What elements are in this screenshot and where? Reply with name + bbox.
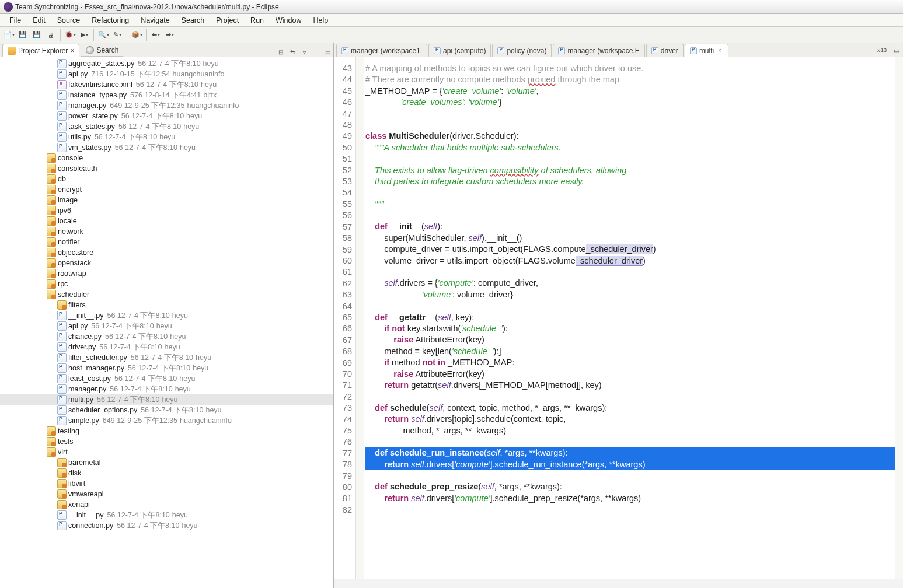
editor-tab[interactable]: driver (646, 44, 684, 57)
tree-item[interactable]: xenapi (0, 499, 333, 510)
code-line[interactable]: method = key[len('schedule_'):] (365, 346, 895, 357)
search-button[interactable]: 🔍 (97, 29, 110, 41)
tree-item[interactable]: multi.py56 12-7-4 下午8:10heyu (0, 394, 333, 405)
menu-source[interactable]: Source (51, 15, 86, 26)
code-line[interactable]: third parties to integrate custom schedu… (365, 176, 895, 187)
menu-navigate[interactable]: Navigate (135, 15, 175, 26)
tree-item[interactable]: encrypt (0, 184, 333, 195)
code-line[interactable] (365, 391, 895, 402)
tree-item[interactable]: api.py56 12-7-4 下午8:10heyu (0, 321, 333, 331)
close-icon[interactable]: × (716, 47, 723, 54)
code-line[interactable] (365, 108, 895, 120)
tree-item[interactable]: driver.py56 12-7-4 下午8:10heyu (0, 342, 333, 352)
code-line[interactable] (365, 120, 895, 131)
tree-item[interactable]: least_cost.py56 12-7-4 下午8:10heyu (0, 373, 333, 384)
tree-item[interactable]: rpc (0, 279, 333, 289)
tree-item[interactable]: aggregate_states.py56 12-7-4 下午8:10heyu (0, 58, 333, 69)
tree-item[interactable]: notifier (0, 237, 333, 247)
menu-edit[interactable]: Edit (27, 15, 51, 26)
collapse-all-icon[interactable]: ⊟ (276, 47, 285, 57)
link-editor-icon[interactable]: ⇆ (288, 47, 297, 57)
code-line[interactable] (365, 436, 895, 447)
code-line[interactable] (365, 187, 895, 198)
code-line[interactable]: raise AttributeError(key) (365, 369, 895, 380)
code-line[interactable]: if not key.startswith('schedule_'): (365, 323, 895, 334)
tree-item[interactable]: power_state.py56 12-7-4 下午8:10heyu (0, 111, 333, 121)
menu-project[interactable]: Project (210, 15, 245, 26)
minimize-icon[interactable]: – (311, 47, 320, 57)
tree-item[interactable]: filters (0, 300, 333, 310)
save-all-button[interactable]: 💾 (30, 29, 43, 41)
code-line[interactable]: return self.drivers['compute'].schedule_… (365, 493, 895, 504)
print-button[interactable]: 🖨 (44, 29, 57, 41)
code-line[interactable]: raise AttributeError(key) (365, 334, 895, 345)
tree-item[interactable]: testing (0, 426, 333, 436)
code-line[interactable]: def schedule(self, context, topic, metho… (365, 402, 895, 414)
new-button[interactable]: 📄 (2, 29, 15, 41)
tree-item[interactable]: __init__.py56 12-7-4 下午8:10heyu (0, 310, 333, 321)
code-line[interactable]: def schedule_run_instance(self, *args, *… (365, 447, 895, 459)
project-explorer-tab[interactable]: Project Explorer × (2, 44, 79, 57)
code-line[interactable]: # A mapping of methods to topics so we c… (365, 63, 895, 74)
editor-tab[interactable]: api (compute) (428, 44, 491, 57)
code-editor[interactable]: 4344454647484950515253545556575859606162… (334, 57, 903, 579)
horizontal-scrollbar[interactable] (334, 579, 903, 588)
close-icon[interactable]: × (70, 47, 74, 55)
code-content[interactable]: # A mapping of methods to topics so we c… (364, 57, 895, 579)
nav-back-button[interactable]: ⬅ (149, 29, 162, 41)
tree-item[interactable]: image (0, 195, 333, 205)
code-line[interactable]: return getattr(self.drivers[_METHOD_MAP[… (365, 380, 895, 391)
editor-tab[interactable]: policy (nova) (492, 44, 552, 57)
menu-help[interactable]: Help (308, 15, 334, 26)
code-line[interactable] (365, 470, 895, 481)
code-line[interactable]: """A scheduler that holds multiple sub-s… (365, 142, 895, 153)
tree-item[interactable]: api.py716 12-10-15 下午12:54huangchuaninfo (0, 69, 333, 79)
menu-run[interactable]: Run (245, 15, 270, 26)
menu-file[interactable]: File (4, 15, 27, 26)
menu-search[interactable]: Search (176, 15, 211, 26)
code-line[interactable] (365, 267, 895, 278)
code-line[interactable] (365, 210, 895, 221)
debug-button[interactable]: 🐞 (64, 29, 76, 41)
search-tab[interactable]: Search (81, 44, 124, 57)
code-line[interactable]: self.drivers = {'compute': compute_drive… (365, 278, 895, 289)
code-line[interactable]: _METHOD_MAP = {'create_volume': 'volume'… (365, 86, 895, 97)
code-line[interactable]: return self.drivers['compute'].schedule_… (365, 459, 895, 470)
overview-ruler[interactable] (895, 57, 903, 579)
tree-item[interactable]: baremetal (0, 457, 333, 468)
nav-forward-button[interactable]: ➡ (163, 29, 176, 41)
code-line[interactable]: def schedule_prep_resize(self, *args, **… (365, 481, 895, 492)
code-line[interactable] (365, 153, 895, 164)
maximize-icon[interactable]: ▭ (323, 47, 332, 57)
tree-item[interactable]: simple.py649 12-9-25 下午12:35huangchuanin… (0, 415, 333, 426)
tree-item[interactable]: virt (0, 447, 333, 457)
code-line[interactable]: This exists to allow flag-driven composi… (365, 165, 895, 176)
code-line[interactable] (365, 300, 895, 312)
view-menu-icon[interactable]: ▿ (299, 47, 309, 57)
run-button[interactable]: ▶ (78, 29, 90, 41)
menu-refactoring[interactable]: Refactoring (86, 15, 135, 26)
tree-item[interactable]: host_manager.py56 12-7-4 下午8:10heyu (0, 363, 333, 373)
code-line[interactable]: # There are currently no compute methods… (365, 74, 895, 85)
code-line[interactable]: return self.drivers[topic].schedule(cont… (365, 414, 895, 425)
tree-item[interactable]: tests (0, 436, 333, 447)
tree-item[interactable]: locale (0, 216, 333, 226)
tree-item[interactable]: __init__.py56 12-7-4 下午8:10heyu (0, 510, 333, 520)
editor-tab[interactable]: multi× (685, 44, 728, 57)
maximize-editor-icon[interactable]: ▭ (890, 44, 903, 57)
tree-item[interactable]: console (0, 153, 333, 163)
tree-item[interactable]: chance.py56 12-7-4 下午8:10heyu (0, 331, 333, 342)
code-line[interactable]: super(MultiScheduler, self).__init__() (365, 233, 895, 244)
code-line[interactable] (365, 504, 895, 515)
code-line[interactable]: 'create_volumes': 'volume'} (365, 97, 895, 108)
tree-item[interactable]: network (0, 226, 333, 237)
tree-item[interactable]: utils.py56 12-7-4 下午8:10heyu (0, 132, 333, 142)
code-line[interactable]: def __init__(self): (365, 221, 895, 232)
tree-item[interactable]: vm_states.py56 12-7-4 下午8:10heyu (0, 142, 333, 153)
tree-item[interactable]: rootwrap (0, 268, 333, 279)
tree-item[interactable]: manager.py56 12-7-4 下午8:10heyu (0, 384, 333, 394)
code-line[interactable]: def __getattr__(self, key): (365, 312, 895, 323)
tree-item[interactable]: ipv6 (0, 205, 333, 216)
tree-item[interactable]: fakevirtinstance.xml56 12-7-4 下午8:10heyu (0, 79, 333, 90)
tree-item[interactable]: task_states.py56 12-7-4 下午8:10heyu (0, 121, 333, 132)
